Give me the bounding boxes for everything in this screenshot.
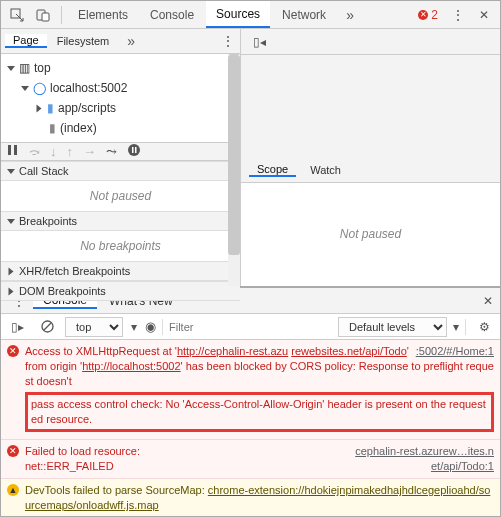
navigator-menu-icon[interactable]: ⋮ [216, 29, 240, 53]
left-pane: Page Filesystem » ⋮ ▥top ◯localhost:5002… [1, 29, 241, 286]
tree-host[interactable]: ◯localhost:5002 [7, 78, 234, 98]
navigator-tab-filesystem[interactable]: Filesystem [49, 35, 118, 47]
close-devtools-icon[interactable]: ✕ [472, 3, 496, 27]
section-callstack[interactable]: Call Stack [1, 161, 240, 181]
console-body: ✕ Access to XMLHttpRequest at 'http://ce… [1, 340, 500, 516]
warning-icon: ▲ [7, 484, 19, 496]
folder-icon: ▮ [47, 99, 54, 117]
tab-console[interactable]: Console [140, 1, 204, 28]
navigator-more-icon[interactable]: » [119, 29, 143, 53]
toggle-pane-icon[interactable]: ▯◂ [247, 30, 271, 54]
svg-rect-2 [42, 13, 49, 21]
more-tabs-icon[interactable]: » [338, 3, 362, 27]
navigator-tab-page[interactable]: Page [5, 34, 47, 48]
svg-rect-4 [14, 145, 17, 155]
tab-scope[interactable]: Scope [249, 163, 296, 177]
left-scrollbar[interactable] [228, 55, 240, 286]
console-msg-failed[interactable]: ✕ Failed to load resource:net::ERR_FAILE… [1, 440, 500, 479]
section-breakpoints[interactable]: Breakpoints [1, 211, 240, 231]
section-dom[interactable]: DOM Breakpoints [1, 281, 240, 301]
svg-line-9 [44, 323, 51, 330]
kebab-menu-icon[interactable]: ⋮ [446, 3, 470, 27]
error-dot-icon: ✕ [418, 10, 428, 20]
section-xhr[interactable]: XHR/fetch Breakpoints [1, 261, 240, 281]
file-tree: ▥top ◯localhost:5002 ▮app/scripts ▮(inde… [1, 54, 240, 142]
drawer: ⋮ Console What's New ✕ ▯▸ top ▾ ◉ Defaul… [1, 286, 500, 516]
scope-body: Not paused [241, 183, 500, 287]
step-icon[interactable]: → [83, 144, 96, 159]
console-msg-sourcemap[interactable]: ▲ DevTools failed to parse SourceMap: ch… [1, 479, 500, 516]
drawer-close-icon[interactable]: ✕ [476, 289, 500, 313]
error-count-badge[interactable]: ✕ 2 [412, 8, 444, 22]
cloud-icon: ◯ [33, 79, 46, 97]
device-icon[interactable] [31, 3, 55, 27]
debugger-toolbar: ⤼ ↓ ↑ → ⤳ [1, 142, 240, 161]
console-sidebar-icon[interactable]: ▯▸ [5, 315, 29, 339]
svg-rect-7 [135, 147, 137, 153]
callstack-body: Not paused [1, 181, 240, 211]
step-out-icon[interactable]: ↑ [67, 144, 74, 159]
right-pane: ▯◂ Scope Watch Not paused [241, 29, 500, 286]
pause-icon[interactable] [7, 144, 19, 159]
file-icon: ▮ [49, 119, 56, 137]
tab-elements[interactable]: Elements [68, 1, 138, 28]
error-icon: ✕ [7, 345, 19, 357]
editor-header: ▯◂ [241, 29, 500, 55]
deactivate-breakpoints-icon[interactable]: ⤳ [106, 144, 117, 159]
tree-top[interactable]: ▥top [7, 58, 234, 78]
error-icon: ✕ [7, 445, 19, 457]
error-count: 2 [431, 8, 438, 22]
console-msg-cors[interactable]: ✕ Access to XMLHttpRequest at 'http://ce… [1, 340, 500, 440]
console-settings-icon[interactable]: ⚙ [472, 315, 496, 339]
tab-watch[interactable]: Watch [302, 164, 349, 176]
tree-folder[interactable]: ▮app/scripts [7, 98, 234, 118]
levels-select[interactable]: Default levels [338, 317, 447, 337]
highlighted-error: pass access control check: No 'Access-Co… [25, 392, 494, 432]
step-over-icon[interactable]: ⤼ [29, 144, 40, 159]
sources-split: Page Filesystem » ⋮ ▥top ◯localhost:5002… [1, 29, 500, 286]
svg-rect-6 [132, 147, 134, 153]
svg-rect-3 [8, 145, 11, 155]
navigator-tabs: Page Filesystem » ⋮ [1, 29, 240, 54]
tree-file[interactable]: ▮(index) [7, 118, 234, 138]
console-toolbar: ▯▸ top ▾ ◉ Default levels ▾ ⚙ [1, 314, 500, 340]
editor-empty [241, 55, 500, 159]
live-expression-icon[interactable]: ◉ [145, 319, 156, 334]
svg-point-5 [128, 144, 140, 156]
breakpoints-body: No breakpoints [1, 231, 240, 261]
tab-sources[interactable]: Sources [206, 1, 270, 28]
pause-on-exceptions-icon[interactable] [127, 143, 141, 160]
tab-network[interactable]: Network [272, 1, 336, 28]
scope-watch-tabs: Scope Watch [241, 159, 500, 183]
main-tabbar: Elements Console Sources Network » ✕ 2 ⋮… [1, 1, 500, 29]
filter-input[interactable] [169, 321, 332, 333]
context-select[interactable]: top [65, 317, 123, 337]
step-into-icon[interactable]: ↓ [50, 144, 57, 159]
inspect-icon[interactable] [5, 3, 29, 27]
clear-console-icon[interactable] [35, 315, 59, 339]
